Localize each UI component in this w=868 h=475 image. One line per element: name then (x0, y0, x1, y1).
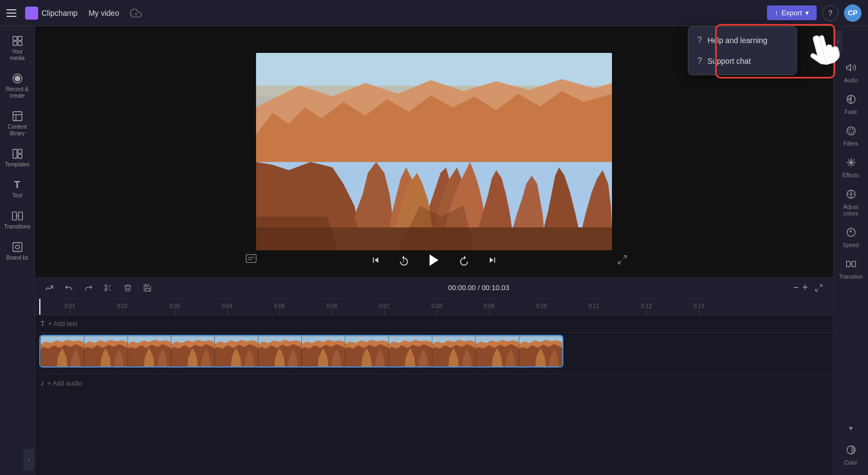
svg-line-44 (619, 261, 622, 264)
sidebar-item-your-media[interactable]: Your media (2, 31, 33, 66)
center-area: 5 (35, 26, 833, 475)
right-sidebar-speed-label: Speed (843, 242, 859, 249)
add-audio-label: + Add audio (47, 380, 82, 387)
delete-button[interactable] (120, 280, 135, 296)
sidebar-item-transitions[interactable]: Transitions (2, 206, 33, 235)
svg-rect-13 (17, 154, 21, 158)
right-sidebar-audio-label: Audio (844, 77, 858, 84)
svg-line-50 (819, 285, 822, 287)
sidebar-label-transitions: Transitions (4, 224, 31, 230)
right-sidebar-collapse-button[interactable]: ‹ (834, 31, 842, 52)
magic-button[interactable] (41, 280, 57, 296)
cut-button[interactable] (100, 280, 116, 296)
svg-rect-3 (17, 37, 21, 40)
help-learning-item[interactable]: ? Help and learning (688, 30, 796, 51)
timeline-time-display: 00:00.00 / 00:10.03 (169, 284, 789, 292)
record-icon (11, 73, 23, 85)
help-dropdown: ? Help and learning ? Support chat (688, 26, 797, 75)
right-sidebar-fade-label: Fade (845, 109, 857, 116)
transition-icon (846, 258, 857, 272)
svg-rect-11 (13, 149, 16, 159)
fit-to-screen-button[interactable] (811, 280, 827, 296)
video-track-strip[interactable] (39, 335, 563, 368)
sidebar-label-templates: Templates (5, 161, 30, 168)
right-sidebar-filters[interactable]: Filters (835, 121, 867, 152)
right-sidebar-fade[interactable]: Fade (835, 89, 867, 120)
svg-rect-4 (13, 41, 16, 45)
ruler-marks: 0:01 0:02 0:03 0:04 (35, 299, 833, 315)
clipchamp-logo-icon (25, 7, 38, 20)
help-button[interactable]: ? (822, 5, 839, 21)
svg-point-46 (105, 289, 107, 291)
sidebar-label-text: Text (12, 193, 22, 199)
fast-forward-button[interactable] (455, 251, 473, 269)
sidebar-item-text[interactable]: T Text (2, 175, 33, 203)
export-button[interactable]: ↑ Export ▾ (767, 5, 817, 20)
ruler-mark-2: 0:02 (96, 303, 148, 315)
sidebar-item-record[interactable]: Record &create (2, 68, 33, 104)
svg-line-48 (109, 288, 111, 291)
playback-controls: 5 (367, 250, 501, 270)
play-button[interactable] (424, 250, 444, 270)
chevron-down-icon: ▾ (849, 424, 853, 432)
support-chat-label: Support chat (708, 57, 751, 65)
svg-rect-70 (846, 261, 850, 267)
svg-line-43 (623, 256, 627, 259)
right-sidebar-effects-label: Effects (842, 172, 859, 179)
help-learning-label: Help and learning (708, 36, 768, 45)
hamburger-menu-button[interactable] (7, 7, 20, 20)
svg-point-18 (15, 245, 19, 249)
svg-line-49 (105, 287, 106, 289)
help-learning-icon: ? (697, 35, 702, 45)
skip-end-button[interactable] (484, 251, 501, 269)
svg-rect-15 (18, 212, 22, 220)
audio-icon (846, 62, 857, 76)
fullscreen-button[interactable] (614, 251, 631, 268)
skip-start-button[interactable] (367, 251, 384, 269)
support-chat-icon: ? (697, 56, 702, 66)
project-name[interactable]: My video (83, 7, 124, 20)
svg-rect-14 (12, 212, 16, 220)
svg-rect-8 (13, 112, 22, 121)
redo-button[interactable] (81, 280, 96, 296)
fade-icon (846, 94, 857, 107)
right-sidebar-audio[interactable]: Audio (835, 58, 867, 88)
playhead[interactable] (39, 299, 40, 315)
avatar[interactable]: CP (844, 4, 861, 22)
right-sidebar-speed[interactable]: Speed (835, 223, 867, 253)
rewind-button[interactable]: 5 (395, 251, 413, 269)
save-button[interactable] (140, 280, 155, 296)
subtitle-button[interactable] (242, 250, 260, 267)
add-text-row[interactable]: T + Add text (35, 315, 833, 333)
right-sidebar-expand[interactable]: ▾ (835, 419, 867, 437)
right-sidebar-effects[interactable]: Effects (835, 153, 867, 183)
right-sidebar-adjust-colors[interactable]: Adjustcolors (835, 184, 867, 221)
svg-point-6 (15, 76, 20, 81)
timeline-toolbar: 00:00.00 / 00:10.03 − + (35, 277, 833, 299)
cloud-sync-icon (130, 7, 142, 19)
zoom-out-button[interactable]: − (793, 282, 799, 293)
transitions-icon (11, 210, 23, 222)
svg-rect-17 (13, 243, 22, 252)
svg-rect-2 (13, 37, 16, 40)
right-sidebar-color[interactable]: Color (835, 440, 867, 471)
support-chat-item[interactable]: ? Support chat (688, 51, 796, 71)
sidebar-collapse-button[interactable]: › (23, 449, 34, 471)
add-audio-row[interactable]: ♪ + Add audio (35, 374, 833, 392)
right-sidebar-adjust-colors-label: Adjustcolors (843, 204, 859, 217)
sidebar-item-brand-kit[interactable]: Brand kit (2, 237, 33, 266)
sidebar-item-templates[interactable]: Templates (2, 143, 33, 172)
ruler-mark-3: 0:03 (148, 303, 201, 315)
zoom-in-button[interactable]: + (802, 282, 808, 293)
sidebar-item-content-library[interactable]: Contentlibrary (2, 106, 33, 141)
right-sidebar-filters-label: Filters (843, 141, 858, 147)
timeline-content: T + Add text (35, 315, 833, 475)
ruler-mark-13: 0:13 (673, 303, 725, 315)
undo-button[interactable] (61, 280, 76, 296)
svg-point-62 (847, 127, 855, 135)
main-layout: Your media Record &create Contentlibrary (0, 26, 868, 475)
svg-text:5: 5 (402, 259, 405, 263)
svg-rect-5 (17, 41, 21, 45)
export-label: Export (781, 9, 802, 17)
right-sidebar-transition[interactable]: Transition (835, 254, 867, 285)
